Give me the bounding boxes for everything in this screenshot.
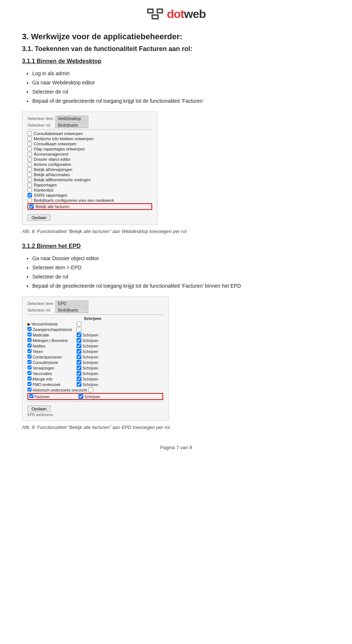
list-item: Log in als admin [32, 70, 330, 77]
list-item: PMO onderzoek Schrijven [27, 382, 163, 387]
section3-title: 3. Werkwijze voor de applicatiebeheerder… [22, 32, 330, 41]
list-item: Contactpersonen Schrijven [27, 354, 163, 359]
list-item: Zwangerschapshistorie [27, 327, 163, 332]
facturen-epd-item: Facturen Schrijven [27, 393, 163, 400]
section311-title: 3.1.1 Binnen de Webdesktop [22, 58, 330, 65]
list-item: Selecteer de rol [32, 273, 330, 281]
screenshot2-epd: Selecteer item EPD Selecteer rol Bedrijf… [22, 296, 169, 421]
list-item: Teken Schrijven [27, 349, 163, 354]
list-item: Klantenlijst [27, 188, 152, 192]
select-rol-value: Bedrijfsarts [55, 122, 88, 128]
list-item: Bedrijfsarts configureren voor een medew… [27, 198, 152, 203]
list-item: Bepaal of de geselecteerde rol toegang k… [32, 282, 330, 290]
list-item: Actions configuration [27, 162, 152, 167]
epd-select-rol-value: Bedrijfsarts [55, 307, 88, 313]
caption2: Afb. 8: Functionaliteit “Bekijk alle fac… [22, 425, 330, 430]
epd-header-row: Schrijven [27, 316, 163, 321]
list-item: Rapportages [27, 183, 152, 187]
facturen-list-item: Bekijk alle facturen [27, 203, 152, 210]
list-item: Notities Schrijven [27, 343, 163, 348]
epd-select-item-label: Selecteer item [27, 301, 53, 306]
logo-icon [146, 8, 164, 21]
list-item: Consultkaart ontwerpen [27, 142, 152, 146]
list-item: Ga naar Webdesktop editor [32, 79, 330, 87]
page-header: dotweb [22, 7, 330, 21]
select-item-label: Selecteer item [27, 116, 53, 121]
select-item-row: Selecteer item WebDesktop [27, 116, 152, 121]
list-item: Bekijk allBiometrische metingen [27, 178, 152, 182]
svg-rect-5 [153, 16, 157, 18]
page-number: Pagina 7 van 9 [160, 445, 192, 450]
logo: dotweb [146, 7, 206, 21]
section3: 3. Werkwijze voor de applicatiebeheerder… [22, 32, 330, 430]
list-item: Consulthistorie Schrijven [27, 360, 163, 365]
select-rol-label: Selecteer rol [27, 123, 53, 127]
epd-select-rol-label: Selecteer rol [27, 308, 53, 312]
epd-menu-label: EPD werkmenu [27, 413, 163, 417]
section31-title: 3.1. Toekennen van de functionaliteit Fa… [22, 45, 330, 53]
list-item: Selecteer de rol [32, 88, 330, 96]
list-item: Verwijzingen Schrijven [27, 365, 163, 370]
list-item: Metingen | Biometrie Schrijven [27, 338, 163, 343]
section312-title: 3.1.2 Binnen het EPD [22, 243, 330, 250]
select-rol-row: Selecteer rol Bedrijfsarts [27, 122, 152, 128]
webdesktop-checklist: Consultatiekaart ontwerpen Medische info… [27, 131, 152, 210]
section312-bullets: Ga naar Dossier object editor Selecteer … [32, 255, 330, 290]
svg-rect-3 [158, 10, 162, 12]
save-button[interactable]: Opslaan [27, 214, 51, 221]
list-item: Accesmanagement [27, 152, 152, 156]
page-footer: Pagina 7 van 9 [22, 445, 330, 450]
list-item: Medische info blokken ontwerpen [27, 137, 152, 141]
screenshot1-webdesktop: Selecteer item WebDesktop Selecteer rol … [22, 112, 158, 225]
list-item: Selecteer item > EPD [32, 264, 330, 272]
logo-wordmark: dotweb [167, 7, 206, 21]
select-item-value: WebDesktop [55, 116, 88, 121]
list-item: Historisch onderzoeks overzicht [27, 388, 163, 392]
list-item: Bepaal of de geselecteerde rol toegang k… [32, 97, 330, 105]
svg-rect-1 [148, 10, 152, 12]
caption1: Afb. 8: Functionaliteit “Bekijk alle fac… [22, 229, 330, 234]
list-item: Bekijk allVerwijzingen [27, 167, 152, 172]
list-item: Vaccinaties Schrijven [27, 371, 163, 376]
epd-select-item-value: EPD [55, 301, 88, 306]
list-item: Allergie info Schrijven [27, 376, 163, 381]
save-section: Opslaan [27, 212, 152, 221]
list-item: ▶ Verzuimhistorie [27, 321, 163, 326]
epd-select-item-row: Selecteer item EPD [27, 301, 163, 306]
epd-save-section: Opslaan [27, 403, 163, 412]
epd-select-rol-row: Selecteer rol Bedrijfsarts [27, 307, 163, 313]
list-item: Bekijk allVaccinaties [27, 172, 152, 177]
section311-bullets: Log in als admin Ga naar Webdesktop edit… [32, 70, 330, 105]
list-item: Consultatiekaart ontwerpen [27, 131, 152, 136]
epd-save-button[interactable]: Opslaan [27, 405, 51, 412]
list-item: Medicatie Schrijven [27, 332, 163, 337]
list-item: Ga naar Dossier object editor [32, 255, 330, 262]
list-item: SSRS rapportages [27, 193, 152, 197]
list-item: Dossier object editor [27, 157, 152, 161]
list-item: Olap rapportages ontwerpen [27, 147, 152, 151]
